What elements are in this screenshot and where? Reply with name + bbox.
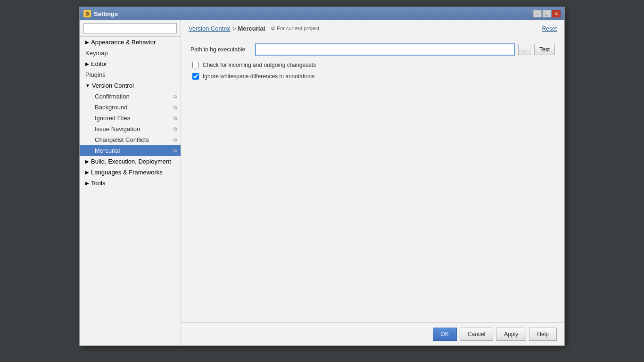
expand-arrow-editor: ▶ bbox=[85, 61, 89, 66]
check-incoming-row: Check for incoming and outgoing changese… bbox=[190, 62, 555, 68]
minimize-button[interactable]: ─ bbox=[533, 10, 542, 17]
browse-button[interactable]: ... bbox=[518, 44, 530, 55]
title-bar: ⚙ Settings ─ □ ✕ bbox=[80, 7, 564, 20]
apply-button[interactable]: Apply bbox=[496, 328, 526, 341]
dialog-footer: OK Cancel Apply Help bbox=[181, 322, 564, 346]
sidebar-item-issue-navigation-label: Issue Navigation bbox=[95, 125, 140, 132]
expand-arrow-tools: ▶ bbox=[85, 181, 89, 186]
sidebar-item-mercurial-label: Mercurial bbox=[95, 147, 120, 154]
breadcrumb-separator: > bbox=[232, 25, 236, 32]
sidebar-item-keymap-label: Keymap bbox=[85, 49, 108, 57]
cancel-button[interactable]: Cancel bbox=[460, 328, 493, 341]
sidebar-item-issue-navigation[interactable]: Issue Navigation ⧉ bbox=[80, 123, 181, 134]
ignore-whitespace-label[interactable]: Ignore whitespace differences in annotat… bbox=[203, 73, 314, 80]
sidebar-item-build[interactable]: ▶ Build, Execution, Deployment bbox=[80, 156, 181, 167]
content-body: Path to hg executable ... Test Check for… bbox=[181, 36, 564, 322]
content-header: Version Control > Mercurial ⚙ For curren… bbox=[181, 20, 564, 36]
background-icon: ⧉ bbox=[173, 105, 177, 110]
expand-arrow-appearance: ▶ bbox=[85, 40, 89, 45]
sidebar-item-ignored-files[interactable]: Ignored Files ⧉ bbox=[80, 113, 181, 123]
sidebar-item-appearance-label: Appearance & Behavior bbox=[91, 39, 156, 46]
check-incoming-label[interactable]: Check for incoming and outgoing changese… bbox=[203, 62, 316, 68]
issue-nav-icon: ⧉ bbox=[173, 126, 177, 132]
sidebar-item-confirmation[interactable]: Confirmation ⧉ bbox=[80, 91, 181, 102]
settings-sidebar: ▶ Appearance & Behavior Keymap ▶ Editor … bbox=[80, 20, 181, 346]
search-box bbox=[80, 20, 181, 37]
ignore-whitespace-row: Ignore whitespace differences in annotat… bbox=[190, 73, 555, 80]
sidebar-item-keymap[interactable]: Keymap bbox=[80, 48, 181, 58]
sidebar-item-confirmation-label: Confirmation bbox=[95, 93, 130, 100]
sidebar-item-changelist-label: Changelist Conflicts bbox=[95, 136, 149, 143]
sidebar-item-build-label: Build, Execution, Deployment bbox=[91, 158, 171, 165]
reset-link[interactable]: Reset bbox=[542, 25, 557, 32]
ignore-whitespace-checkbox[interactable] bbox=[192, 73, 199, 80]
path-label: Path to hg executable bbox=[190, 46, 252, 53]
sidebar-item-background-label: Background bbox=[95, 104, 127, 111]
confirmation-icon: ⧉ bbox=[173, 94, 177, 99]
sidebar-item-ignored-files-label: Ignored Files bbox=[95, 115, 130, 122]
path-input[interactable] bbox=[256, 44, 514, 55]
check-incoming-checkbox[interactable] bbox=[192, 62, 199, 68]
sidebar-item-changelist-conflicts[interactable]: Changelist Conflicts ⧉ bbox=[80, 134, 181, 145]
project-badge: ⚙ For current project bbox=[271, 25, 319, 32]
sidebar-item-plugins[interactable]: Plugins bbox=[80, 69, 181, 80]
dialog-body: ▶ Appearance & Behavior Keymap ▶ Editor … bbox=[80, 20, 564, 346]
ok-button[interactable]: OK bbox=[433, 328, 457, 341]
dialog-title: Settings bbox=[94, 10, 118, 17]
sidebar-item-background[interactable]: Background ⧉ bbox=[80, 102, 181, 113]
breadcrumb-parent[interactable]: Version Control bbox=[189, 25, 231, 32]
search-input[interactable] bbox=[83, 23, 177, 33]
content-area: Version Control > Mercurial ⚙ For curren… bbox=[181, 20, 564, 346]
sidebar-item-tools-label: Tools bbox=[91, 180, 105, 187]
help-button[interactable]: Help bbox=[529, 328, 557, 341]
ignored-files-icon: ⧉ bbox=[173, 115, 177, 121]
sidebar-item-vc-label: Version Control bbox=[92, 82, 134, 89]
sidebar-item-editor-label: Editor bbox=[91, 60, 107, 67]
mercurial-icon: ⧉ bbox=[173, 148, 177, 154]
expand-arrow-languages: ▶ bbox=[85, 170, 89, 175]
path-form-row: Path to hg executable ... Test bbox=[190, 44, 555, 55]
title-bar-left: ⚙ Settings bbox=[83, 10, 118, 17]
sidebar-item-languages-label: Languages & Frameworks bbox=[91, 169, 163, 176]
sidebar-item-plugins-label: Plugins bbox=[85, 71, 106, 78]
title-controls: ─ □ ✕ bbox=[533, 10, 561, 17]
expand-arrow-vc: ▼ bbox=[85, 83, 90, 88]
sidebar-item-appearance[interactable]: ▶ Appearance & Behavior bbox=[80, 37, 181, 48]
sidebar-item-editor[interactable]: ▶ Editor bbox=[80, 58, 181, 69]
sidebar-item-languages[interactable]: ▶ Languages & Frameworks bbox=[80, 167, 181, 178]
changelist-icon: ⧉ bbox=[173, 137, 177, 143]
breadcrumb: Version Control > Mercurial ⚙ For curren… bbox=[189, 25, 319, 32]
sidebar-item-mercurial[interactable]: Mercurial ⧉ bbox=[80, 145, 181, 156]
expand-arrow-build: ▶ bbox=[85, 159, 89, 164]
test-button[interactable]: Test bbox=[534, 44, 555, 55]
settings-dialog: ⚙ Settings ─ □ ✕ ▶ Appearance & Behavior bbox=[79, 7, 565, 346]
sidebar-item-version-control[interactable]: ▼ Version Control bbox=[80, 80, 181, 91]
settings-title-icon: ⚙ bbox=[83, 10, 91, 17]
sidebar-item-tools[interactable]: ▶ Tools bbox=[80, 178, 181, 189]
close-button[interactable]: ✕ bbox=[552, 10, 561, 17]
breadcrumb-current: Mercurial bbox=[238, 25, 265, 32]
maximize-button[interactable]: □ bbox=[543, 10, 551, 17]
nav-tree: ▶ Appearance & Behavior Keymap ▶ Editor … bbox=[80, 37, 181, 346]
